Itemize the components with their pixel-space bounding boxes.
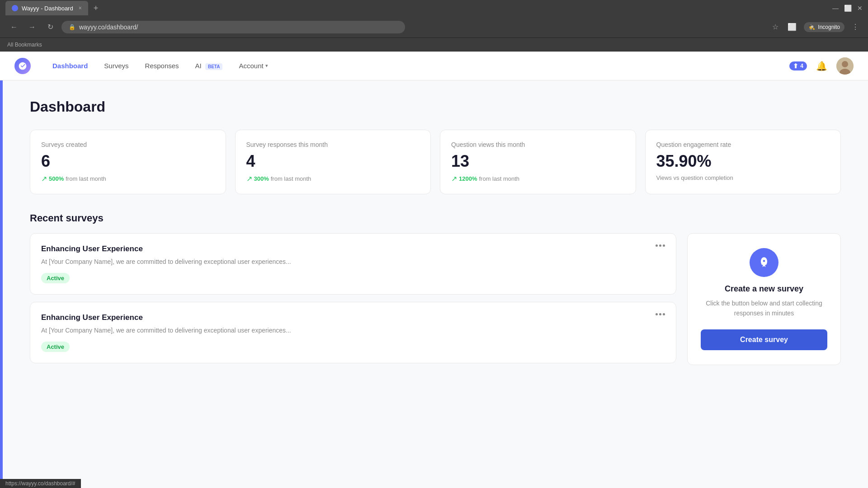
- browser-titlebar: Wayyy - Dashboard × + — ⬜ ✕: [0, 0, 868, 16]
- tab-title: Wayyy - Dashboard: [22, 5, 73, 12]
- bell-icon: 🔔: [816, 61, 827, 71]
- survey-card-0: Enhancing User Experience At [Your Compa…: [30, 233, 676, 295]
- nav-account[interactable]: Account ▾: [231, 58, 275, 73]
- nav-links: Dashboard Surveys Responses AI BETA Acco…: [45, 58, 275, 73]
- create-survey-button[interactable]: Create survey: [701, 329, 827, 350]
- browser-toolbar: ← → ↻ 🔒 wayyy.co/dashboard/ ☆ ⬜ 🕵 Incogn…: [0, 16, 868, 38]
- stat-card-engagement: Question engagement rate 35.90% Views vs…: [645, 130, 841, 194]
- stat-label-2: Question views this month: [451, 141, 625, 148]
- incognito-badge: 🕵 Incognito: [804, 22, 844, 32]
- bookmark-star-button[interactable]: ☆: [770, 21, 780, 33]
- incognito-label: Incognito: [818, 24, 840, 30]
- notification-button[interactable]: 🔔: [814, 59, 829, 73]
- stat-change-text-2: from last month: [479, 175, 519, 182]
- recent-surveys-title: Recent surveys: [30, 212, 841, 224]
- more-dots-icon-1: [656, 313, 665, 315]
- restore-button[interactable]: ⬜: [844, 5, 852, 12]
- nav-responses[interactable]: Responses: [138, 58, 186, 73]
- minimize-button[interactable]: —: [832, 5, 839, 12]
- svg-point-1: [842, 61, 848, 67]
- nav-ai-label: AI: [195, 62, 202, 70]
- stat-change-0: ↗ 500% from last month: [41, 174, 215, 183]
- survey-title-1: Enhancing User Experience: [41, 313, 665, 322]
- create-card-title: Create a new survey: [725, 284, 803, 294]
- avatar[interactable]: [836, 57, 854, 75]
- trend-up-icon-1: ↗: [246, 174, 252, 183]
- rocket-icon: [758, 256, 770, 269]
- create-survey-card: Create a new survey Click the button bel…: [687, 233, 841, 365]
- beta-badge: BETA: [205, 63, 222, 70]
- avatar-image: [836, 57, 854, 75]
- tab-favicon: [12, 5, 18, 11]
- lock-icon: 🔒: [69, 24, 75, 30]
- stats-grid: Surveys created 6 ↗ 500% from last month…: [30, 130, 841, 194]
- stat-card-views: Question views this month 13 ↗ 1200% fro…: [440, 130, 636, 194]
- page-title: Dashboard: [30, 99, 841, 115]
- stat-label-1: Survey responses this month: [246, 141, 420, 148]
- nav-ai[interactable]: AI BETA: [188, 58, 230, 73]
- extensions-button[interactable]: ⋮: [850, 21, 861, 33]
- more-dots-icon-0: [656, 244, 665, 247]
- stat-value-3: 35.90%: [656, 152, 830, 171]
- status-bar: https://wayyy.co/dashboard/#: [0, 479, 81, 488]
- navbar-right: ⬆ 4 🔔: [789, 57, 854, 75]
- stat-pct-1: 300%: [254, 175, 269, 182]
- main-content: Dashboard Surveys created 6 ↗ 500% from …: [3, 80, 868, 488]
- chevron-down-icon: ▾: [265, 63, 268, 69]
- survey-more-button-0[interactable]: [654, 243, 667, 249]
- survey-card-1: Enhancing User Experience At [Your Compa…: [30, 302, 676, 363]
- surveys-list: Enhancing User Experience At [Your Compa…: [30, 233, 676, 365]
- address-bar[interactable]: 🔒 wayyy.co/dashboard/: [61, 21, 405, 33]
- stat-change-2: ↗ 1200% from last month: [451, 174, 625, 183]
- nav-account-label: Account: [239, 62, 263, 70]
- survey-more-button-1[interactable]: [654, 311, 667, 317]
- app-logo[interactable]: [14, 58, 31, 74]
- stat-label-0: Surveys created: [41, 141, 215, 148]
- stat-label-3: Question engagement rate: [656, 141, 830, 148]
- stat-card-surveys-created: Surveys created 6 ↗ 500% from last month: [30, 130, 226, 194]
- status-badge-1: Active: [41, 342, 70, 352]
- nav-surveys[interactable]: Surveys: [97, 58, 136, 73]
- trend-up-icon-2: ↗: [451, 174, 457, 183]
- stat-change-text-1: from last month: [271, 175, 311, 182]
- stat-pct-2: 1200%: [459, 175, 477, 182]
- trend-up-icon-0: ↗: [41, 174, 47, 183]
- new-tab-button[interactable]: +: [94, 4, 99, 13]
- stat-change-text-0: from last month: [66, 175, 106, 182]
- reload-button[interactable]: ↻: [43, 20, 57, 34]
- stat-value-2: 13: [451, 152, 625, 171]
- chrome-cast-button[interactable]: ⬜: [786, 21, 798, 33]
- surveys-layout: Enhancing User Experience At [Your Compa…: [30, 233, 841, 365]
- toolbar-right: ☆ ⬜ 🕵 Incognito ⋮: [770, 21, 861, 33]
- bookmarks-bar: All Bookmarks: [0, 38, 868, 52]
- survey-desc-1: At [Your Company Name], we are committed…: [41, 326, 665, 335]
- incognito-icon: 🕵: [808, 24, 815, 30]
- url-text: wayyy.co/dashboard/: [79, 23, 138, 31]
- rocket-icon-circle: [750, 248, 778, 277]
- status-url: https://wayyy.co/dashboard/#: [5, 480, 75, 487]
- nav-dashboard[interactable]: Dashboard: [45, 58, 95, 73]
- stat-pct-0: 500%: [49, 175, 64, 182]
- browser-chrome: Wayyy - Dashboard × + — ⬜ ✕ ← → ↻ 🔒 wayy…: [0, 0, 868, 52]
- window-controls: — ⬜ ✕: [832, 5, 863, 12]
- browser-tab[interactable]: Wayyy - Dashboard ×: [5, 1, 88, 15]
- survey-title-0: Enhancing User Experience: [41, 244, 665, 253]
- close-button[interactable]: ✕: [857, 5, 863, 12]
- content-wrapper: Dashboard Surveys created 6 ↗ 500% from …: [0, 80, 868, 488]
- survey-desc-0: At [Your Company Name], we are committed…: [41, 257, 665, 267]
- tab-close-button[interactable]: ×: [79, 5, 82, 11]
- bookmarks-label: All Bookmarks: [7, 42, 42, 48]
- update-badge[interactable]: ⬆ 4: [789, 61, 807, 70]
- stat-change-1: ↗ 300% from last month: [246, 174, 420, 183]
- stat-value-0: 6: [41, 152, 215, 171]
- app-navbar: Dashboard Surveys Responses AI BETA Acco…: [0, 52, 868, 80]
- update-count: 4: [800, 63, 803, 69]
- status-badge-0: Active: [41, 273, 70, 283]
- stat-change-text-3: Views vs question completion: [656, 174, 733, 181]
- update-icon: ⬆: [793, 62, 798, 70]
- back-button[interactable]: ←: [7, 20, 21, 34]
- stat-card-responses: Survey responses this month 4 ↗ 300% fro…: [235, 130, 431, 194]
- create-card-desc: Click the button below and start collect…: [698, 298, 830, 319]
- forward-button[interactable]: →: [25, 20, 39, 34]
- stat-change-3: Views vs question completion: [656, 174, 830, 181]
